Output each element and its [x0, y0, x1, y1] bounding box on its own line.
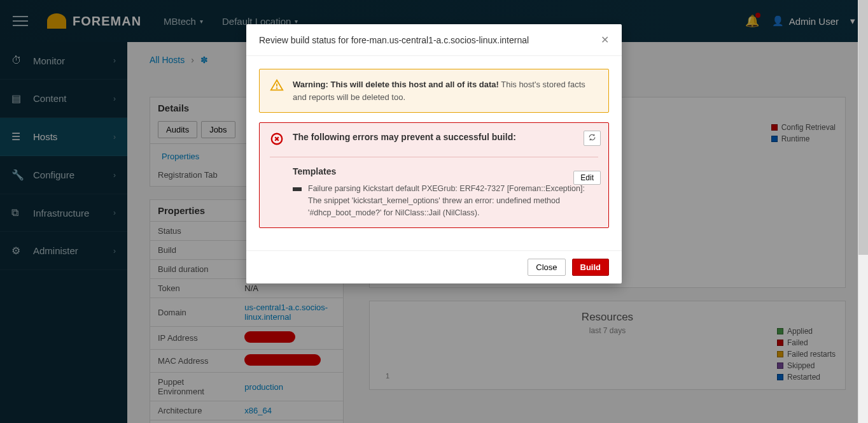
modal-title: Review build status for fore-man.us-cent…	[259, 35, 529, 45]
warning-alert: Warning: This will delete this host and …	[259, 69, 609, 113]
scrollbar-thumb[interactable]	[858, 0, 868, 255]
scrollbar[interactable]	[858, 0, 868, 423]
error-item: Failure parsing Kickstart default PXEGru…	[293, 183, 598, 219]
error-circle-icon	[270, 132, 284, 148]
templates-heading: Templates	[293, 166, 598, 176]
modal-build-button[interactable]: Build	[572, 259, 610, 276]
close-icon[interactable]: ✕	[601, 34, 609, 46]
minus-icon	[293, 187, 302, 191]
refresh-button[interactable]	[584, 131, 601, 146]
svg-point-1	[277, 88, 277, 89]
error-title: The following errors may prevent a succe…	[293, 132, 516, 142]
warning-triangle-icon	[270, 78, 284, 103]
error-alert: Edit The following errors may prevent a …	[259, 122, 609, 228]
modal-close-button[interactable]: Close	[528, 259, 565, 276]
edit-template-button[interactable]: Edit	[573, 171, 601, 185]
build-status-modal: Review build status for fore-man.us-cent…	[246, 24, 622, 283]
